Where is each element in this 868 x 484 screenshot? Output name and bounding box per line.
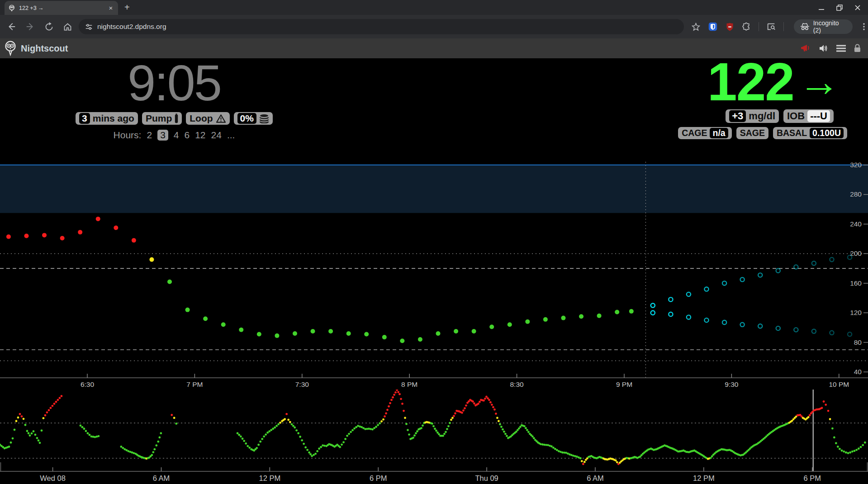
svg-text:8 PM: 8 PM — [401, 381, 417, 388]
nightscout-logo-icon — [4, 41, 17, 56]
window-close-button[interactable] — [854, 5, 861, 11]
hours-option-12[interactable]: 12 — [195, 130, 205, 141]
pump-battery-icon — [175, 113, 178, 123]
minutes-ago-value: 3 — [79, 113, 90, 124]
bookmark-star-icon[interactable] — [691, 22, 701, 32]
svg-text:120: 120 — [850, 309, 862, 316]
forward-button[interactable] — [25, 22, 35, 32]
adblock-extension-icon[interactable] — [725, 22, 735, 32]
toolbar-separator — [783, 22, 784, 31]
svg-text:9:30: 9:30 — [725, 381, 739, 388]
bg-trend-arrow: → — [798, 58, 840, 105]
reservoir-value: 0% — [237, 113, 256, 124]
incognito-label: Incognito (2) — [813, 19, 846, 34]
url-text: nightscout2.dpdns.org — [97, 23, 166, 31]
site-settings-icon[interactable] — [85, 23, 93, 31]
iob-value: ---U — [807, 110, 830, 122]
sage-pill[interactable]: SAGE — [736, 127, 768, 139]
password-manager-extension-icon[interactable] — [708, 22, 718, 32]
sage-label: SAGE — [740, 128, 765, 138]
basal-value: 0.100U — [810, 128, 844, 138]
pump-status-pill[interactable]: Pump — [142, 112, 182, 125]
page-title: Nightscout — [21, 43, 68, 54]
pump-label: Pump — [146, 113, 172, 124]
svg-text:320: 320 — [850, 161, 862, 169]
hours-option-24[interactable]: 24 — [211, 130, 222, 141]
bg-delta-value: +3 — [729, 110, 746, 122]
side-panel-search-icon[interactable] — [766, 22, 776, 32]
browser-tab[interactable]: 122 +3 → × — [5, 1, 118, 15]
svg-text:6 PM: 6 PM — [803, 474, 821, 482]
window-minimize-button[interactable] — [818, 5, 825, 11]
nightscout-favicon-icon — [8, 5, 15, 12]
svg-text:160: 160 — [850, 279, 862, 287]
minutes-ago-label: mins ago — [93, 113, 134, 124]
svg-text:Wed 08: Wed 08 — [40, 474, 66, 482]
announcement-megaphone-icon[interactable] — [801, 43, 811, 53]
browser-toolbar: nightscout2.dpdns.org Incognito (2) — [0, 15, 868, 38]
cage-label: CAGE — [682, 128, 707, 138]
svg-text:10 PM: 10 PM — [829, 381, 849, 388]
extensions-puzzle-icon[interactable] — [742, 22, 751, 32]
hours-option-2[interactable]: 2 — [147, 130, 152, 141]
glucose-main-chart[interactable]: 6:307 PM7:308 PM8:309 PM9:3010 PM3202802… — [0, 153, 868, 390]
reservoir-pill[interactable]: 0% — [234, 112, 273, 125]
reservoir-stack-icon — [259, 114, 269, 123]
lock-icon[interactable] — [853, 43, 862, 53]
window-restore-button[interactable] — [836, 5, 843, 11]
svg-text:9 PM: 9 PM — [616, 381, 632, 388]
hours-option-more[interactable]: ... — [227, 130, 235, 141]
loop-label: Loop — [190, 113, 213, 124]
iob-label: IOB — [787, 110, 805, 122]
last-reading-pill[interactable]: 3mins ago — [76, 112, 138, 125]
hours-option-4[interactable]: 4 — [174, 130, 179, 141]
tab-close-icon[interactable]: × — [107, 5, 114, 12]
back-button[interactable] — [6, 22, 16, 32]
menu-hamburger-icon[interactable] — [836, 44, 846, 53]
browser-window: 122 +3 → × + nightscout2.dpdns.org — [0, 0, 868, 484]
svg-text:12 PM: 12 PM — [693, 474, 715, 482]
hours-option-3-active[interactable]: 3 — [157, 130, 168, 141]
incognito-badge[interactable]: Incognito (2) — [794, 19, 853, 34]
speaker-icon[interactable] — [818, 43, 829, 53]
glucose-context-chart[interactable]: Wed 086 AM12 PM6 PMThu 096 AM12 PM6 PM — [0, 390, 868, 484]
iob-pill[interactable]: IOB---U — [783, 109, 834, 123]
url-bar[interactable]: nightscout2.dpdns.org — [79, 19, 684, 34]
bg-units: mg/dl — [749, 110, 775, 122]
bg-delta-pill[interactable]: +3mg/dl — [726, 109, 779, 123]
hours-option-6[interactable]: 6 — [185, 130, 190, 141]
svg-text:40: 40 — [854, 368, 862, 376]
time-status-block: 9:05 3mins ago Pump Loop 0% Hours: 2 3 4… — [79, 59, 269, 141]
svg-text:80: 80 — [854, 338, 862, 346]
svg-text:Thu 09: Thu 09 — [475, 474, 498, 482]
svg-text:6 PM: 6 PM — [370, 474, 387, 482]
reload-button[interactable] — [44, 22, 54, 32]
loop-warning-icon — [216, 114, 226, 123]
svg-text:6 AM: 6 AM — [153, 474, 170, 482]
cage-value: n/a — [710, 128, 728, 138]
svg-text:7:30: 7:30 — [295, 381, 309, 388]
browser-menu-kebab-icon[interactable] — [860, 22, 868, 31]
new-tab-button[interactable]: + — [124, 2, 130, 13]
svg-text:6 AM: 6 AM — [587, 474, 604, 482]
svg-text:8:30: 8:30 — [510, 381, 524, 388]
svg-text:12 PM: 12 PM — [259, 474, 281, 482]
svg-text:240: 240 — [850, 220, 862, 228]
loop-status-pill[interactable]: Loop — [186, 112, 229, 125]
svg-text:6:30: 6:30 — [81, 381, 95, 388]
bg-value[interactable]: 122 — [707, 58, 794, 105]
current-time: 9:05 — [79, 59, 269, 108]
tab-title: 122 +3 → — [19, 5, 104, 11]
browser-tab-strip: 122 +3 → × + — [0, 0, 868, 15]
basal-label: BASAL — [777, 128, 807, 138]
svg-text:7 PM: 7 PM — [186, 381, 203, 388]
toolbar-separator — [759, 22, 759, 31]
hours-label: Hours: — [114, 130, 142, 141]
hours-selector: Hours: 2 3 4 6 12 24 ... — [79, 130, 269, 141]
home-button[interactable] — [63, 22, 72, 32]
svg-text:280: 280 — [850, 190, 862, 198]
current-bg-block: 122 → +3mg/dl IOB---U CAGEn/a SAGE BASAL… — [678, 58, 847, 139]
cage-pill[interactable]: CAGEn/a — [678, 127, 732, 139]
basal-pill[interactable]: BASAL0.100U — [773, 127, 847, 139]
